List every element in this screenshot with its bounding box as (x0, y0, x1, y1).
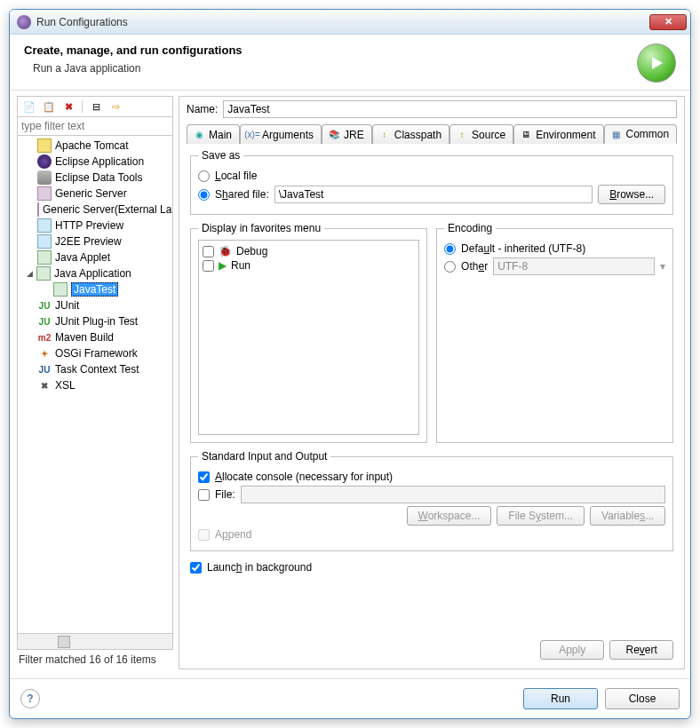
close-icon[interactable]: ✕ (649, 14, 687, 30)
tree-item-task-context[interactable]: JUTask Context Test (18, 361, 172, 377)
browse-button[interactable]: Browse... (598, 185, 665, 204)
tree-item-apache-tomcat[interactable]: Apache Tomcat (18, 138, 172, 154)
tree-item-osgi[interactable]: ✦OSGi Framework (18, 345, 172, 361)
tree-item-maven-build[interactable]: m2Maven Build (18, 329, 172, 345)
tab-environment[interactable]: 🖥Environment (513, 124, 603, 144)
name-input[interactable] (223, 100, 677, 118)
encoding-other-radio[interactable] (444, 261, 456, 273)
config-tree[interactable]: Apache Tomcat Eclipse Application Eclips… (17, 136, 173, 634)
local-file-radio[interactable] (198, 170, 210, 182)
tree-item-junit[interactable]: JUJUnit (18, 297, 172, 313)
stdio-fieldset: Standard Input and Output Allocate conso… (190, 450, 673, 551)
append-checkbox (198, 529, 210, 541)
local-file-label: Local file (215, 170, 257, 182)
launch-background-label: Launch in background (207, 561, 312, 574)
java-icon (53, 282, 68, 297)
tab-jre[interactable]: 📚JRE (322, 124, 372, 144)
variables-button[interactable]: Variables... (590, 506, 665, 526)
tomcat-icon (37, 138, 52, 153)
j2ee-icon (37, 234, 52, 249)
tree-item-java-applet[interactable]: Java Applet (18, 249, 172, 265)
run-button[interactable]: Run (523, 688, 598, 709)
tree-item-xsl[interactable]: ✖XSL (18, 377, 172, 393)
debug-checkbox[interactable] (203, 246, 214, 257)
tab-common[interactable]: ▦Common (604, 124, 678, 144)
header-subtitle: Run a Java application (33, 62, 637, 75)
tree-item-eclipse-data-tools[interactable]: Eclipse Data Tools (18, 170, 172, 186)
eclipse-app-icon (37, 154, 52, 169)
file-checkbox[interactable] (198, 489, 210, 501)
xsl-icon: ✖ (37, 378, 52, 392)
tab-classpath[interactable]: ↕Classpath (372, 124, 449, 144)
favorites-list[interactable]: 🐞 Debug ▶ Run (198, 240, 419, 435)
tab-arguments[interactable]: (x)=Arguments (240, 124, 322, 144)
tree-item-j2ee-preview[interactable]: J2EE Preview (18, 233, 172, 249)
encoding-other-input[interactable] (493, 257, 655, 275)
database-icon (37, 170, 52, 185)
tree-item-http-preview[interactable]: HTTP Preview (18, 218, 172, 233)
revert-button[interactable]: Revert (609, 640, 673, 660)
name-label: Name: (187, 103, 218, 115)
tree-item-java-application[interactable]: ◢Java Application (18, 265, 172, 281)
expand-icon[interactable]: ◢ (27, 269, 33, 278)
shared-file-radio[interactable] (198, 189, 210, 201)
http-icon (37, 218, 52, 233)
workspace-button[interactable]: Workspace... (407, 506, 492, 526)
run-checkbox[interactable] (203, 260, 214, 272)
apply-button[interactable]: Apply (540, 640, 604, 660)
tree-item-junit-plugin[interactable]: JUJUnit Plug-in Test (18, 313, 172, 329)
dropdown-icon[interactable]: ▾ (660, 260, 665, 273)
tab-bar: ◉Main (x)=Arguments 📚JRE ↕Classpath ↕Sou… (187, 123, 677, 144)
server-icon (37, 186, 52, 201)
new-config-icon[interactable]: 📄 (21, 99, 37, 115)
maven-icon: m2 (37, 330, 52, 344)
encoding-other-label: Other (461, 260, 488, 273)
save-as-fieldset: Save as Local file Shared file: Browse..… (190, 149, 673, 215)
left-panel: 📄 📋 ✖ ⊟ ⇨ Apache Tomcat Eclipse Applicat… (17, 96, 173, 669)
filter-input[interactable] (17, 117, 173, 136)
allocate-console-label: Allocate console (necessary for input) (215, 471, 393, 483)
save-as-legend: Save as (198, 149, 243, 162)
launch-background-checkbox[interactable] (190, 562, 202, 574)
window-title: Run Configurations (36, 16, 649, 28)
tree-item-eclipse-application[interactable]: Eclipse Application (18, 154, 172, 170)
common-tab-icon: ▦ (610, 128, 623, 140)
horizontal-scrollbar[interactable] (17, 634, 173, 650)
file-input (241, 486, 666, 503)
favorites-item-debug[interactable]: 🐞 Debug (203, 244, 415, 258)
eclipse-icon (17, 15, 31, 29)
server-icon (37, 202, 39, 217)
main-tab-icon: ◉ (193, 129, 205, 141)
help-icon[interactable]: ? (20, 689, 40, 708)
environment-tab-icon: 🖥 (520, 129, 532, 141)
junit-icon: JU (37, 314, 52, 328)
filter-icon[interactable]: ⇨ (107, 99, 123, 115)
osgi-icon: ✦ (37, 346, 52, 360)
encoding-default-radio[interactable] (444, 243, 456, 255)
tab-main[interactable]: ◉Main (187, 124, 240, 144)
task-icon: JU (37, 362, 52, 376)
tab-source[interactable]: ↕Source (449, 124, 513, 144)
header: Create, manage, and run configurations R… (10, 35, 690, 91)
classpath-tab-icon: ↕ (378, 129, 391, 141)
filter-status: Filter matched 16 of 16 items (17, 650, 173, 669)
append-label: Append (215, 528, 251, 541)
shared-file-input[interactable] (274, 186, 593, 203)
file-label: File: (215, 488, 235, 501)
tree-item-javatest[interactable]: JavaTest (18, 281, 172, 297)
favorites-item-run[interactable]: ▶ Run (203, 258, 415, 273)
favorites-fieldset: Display in favorites menu 🐞 Debug ▶ Run (190, 222, 427, 443)
file-system-button[interactable]: File System... (497, 506, 585, 526)
encoding-default-label: Default - inherited (UTF-8) (461, 242, 585, 255)
common-tab-body: Save as Local file Shared file: Browse..… (187, 144, 677, 663)
close-button[interactable]: Close (605, 688, 680, 709)
collapse-all-icon[interactable]: ⊟ (88, 99, 104, 115)
allocate-console-checkbox[interactable] (198, 471, 210, 483)
delete-config-icon[interactable]: ✖ (60, 99, 76, 115)
tree-item-generic-server-external[interactable]: Generic Server(External Launch) (18, 202, 172, 218)
duplicate-config-icon[interactable]: 📋 (41, 99, 57, 115)
right-panel: Name: ◉Main (x)=Arguments 📚JRE ↕Classpat… (179, 96, 685, 669)
favorites-legend: Display in favorites menu (198, 222, 324, 234)
tree-item-generic-server[interactable]: Generic Server (18, 186, 172, 202)
titlebar[interactable]: Run Configurations ✕ (10, 10, 690, 35)
